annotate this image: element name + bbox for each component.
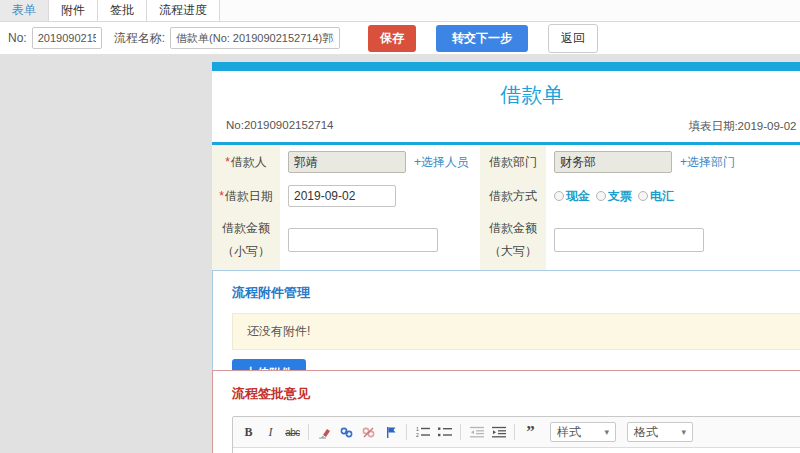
toolbar-separator [308, 424, 309, 440]
forward-next-step-button[interactable]: 转交下一步 [436, 25, 528, 52]
dept-field: +选择部门 [546, 145, 800, 179]
no-label: No: [8, 31, 27, 45]
radio-cash[interactable]: 现金 [554, 188, 590, 205]
attachments-title: 流程附件管理 [232, 284, 800, 302]
back-button[interactable]: 返回 [548, 24, 598, 53]
radio-icon [638, 191, 648, 201]
loan-date-label: *借款日期 [212, 179, 280, 213]
ordered-list-icon[interactable]: 12 [414, 424, 431, 440]
no-attachments-alert: 还没有附件! [232, 313, 800, 350]
radio-icon [596, 191, 606, 201]
loan-date-input[interactable] [288, 185, 396, 207]
amount-big-input[interactable] [554, 228, 704, 252]
unlink-icon[interactable] [360, 424, 377, 440]
amount-small-label: 借款金额（小写） [212, 213, 280, 267]
toolbar: No: 流程名称: 保存 转交下一步 返回 [0, 22, 800, 55]
panel-top-accent-bar [212, 62, 800, 71]
strikethrough-icon[interactable]: abc [284, 424, 301, 440]
screen: 表单 附件 签批 流程进度 No: 流程名称: 保存 转交下一步 返回 借款单 … [0, 0, 800, 453]
amount-small-input[interactable] [288, 228, 438, 252]
svg-text:1: 1 [416, 426, 419, 432]
form-info-row: No:20190902152714 填表日期:2019-09-02 15:27:… [212, 117, 800, 142]
radio-icon [554, 191, 564, 201]
editor-toolbar: B I abc [233, 417, 800, 448]
toolbar-separator [514, 424, 515, 440]
tab-form[interactable]: 表单 [0, 0, 49, 21]
amount-big-label: 借款金额（大写） [480, 213, 546, 267]
fill-date: 填表日期:2019-09-02 15:27:1 [688, 119, 800, 134]
svg-text:2: 2 [416, 432, 419, 438]
anchor-flag-icon[interactable] [382, 424, 399, 440]
remove-format-icon[interactable] [316, 424, 333, 440]
work-area: 借款单 No:20190902152714 填表日期:2019-09-02 15… [0, 55, 800, 453]
loan-date-field [280, 179, 480, 213]
outdent-icon[interactable] [468, 424, 485, 440]
borrower-input[interactable] [288, 151, 406, 173]
chevron-down-icon: ▾ [681, 427, 686, 437]
tab-attachments[interactable]: 附件 [49, 0, 98, 21]
indent-icon[interactable] [490, 424, 507, 440]
toolbar-separator [406, 424, 407, 440]
tab-approval[interactable]: 签批 [98, 0, 147, 21]
approval-panel: 流程签批意见 B I abc [212, 370, 800, 453]
select-person-link[interactable]: +选择人员 [414, 154, 469, 171]
required-marker: * [225, 155, 230, 169]
radio-cheque[interactable]: 支票 [596, 188, 632, 205]
tab-process-progress[interactable]: 流程进度 [147, 0, 220, 21]
italic-icon[interactable]: I [262, 424, 279, 440]
bold-icon[interactable]: B [240, 424, 257, 440]
amount-big-field [546, 213, 800, 267]
format-dropdown[interactable]: 格式 ▾ [627, 422, 693, 442]
save-button[interactable]: 保存 [368, 25, 416, 52]
unordered-list-icon[interactable] [436, 424, 453, 440]
approval-title: 流程签批意见 [232, 385, 800, 403]
flow-name-label: 流程名称: [114, 30, 165, 47]
required-marker: * [219, 189, 224, 203]
dept-label: 借款部门 [480, 145, 546, 179]
style-dropdown[interactable]: 样式 ▾ [550, 422, 616, 442]
tab-bar: 表单 附件 签批 流程进度 [0, 0, 800, 22]
flow-name-input[interactable] [170, 27, 340, 49]
radio-wire-transfer[interactable]: 电汇 [638, 188, 674, 205]
editor-content-area[interactable] [233, 448, 800, 453]
borrower-field: +选择人员 [280, 145, 480, 179]
toolbar-separator [460, 424, 461, 440]
link-icon[interactable] [338, 424, 355, 440]
borrower-label: *借款人 [212, 145, 280, 179]
dept-input[interactable] [554, 151, 672, 173]
no-input[interactable] [32, 27, 102, 49]
chevron-down-icon: ▾ [604, 427, 609, 437]
form-title: 借款单 [212, 71, 800, 117]
amount-small-field [280, 213, 480, 267]
doc-number: No:20190902152714 [226, 119, 333, 134]
rich-text-editor: B I abc [232, 416, 800, 453]
loan-method-field: 现金 支票 电汇 [546, 179, 800, 213]
loan-method-label: 借款方式 [480, 179, 546, 213]
blockquote-icon[interactable]: ” [522, 424, 539, 440]
select-dept-link[interactable]: +选择部门 [680, 154, 735, 171]
